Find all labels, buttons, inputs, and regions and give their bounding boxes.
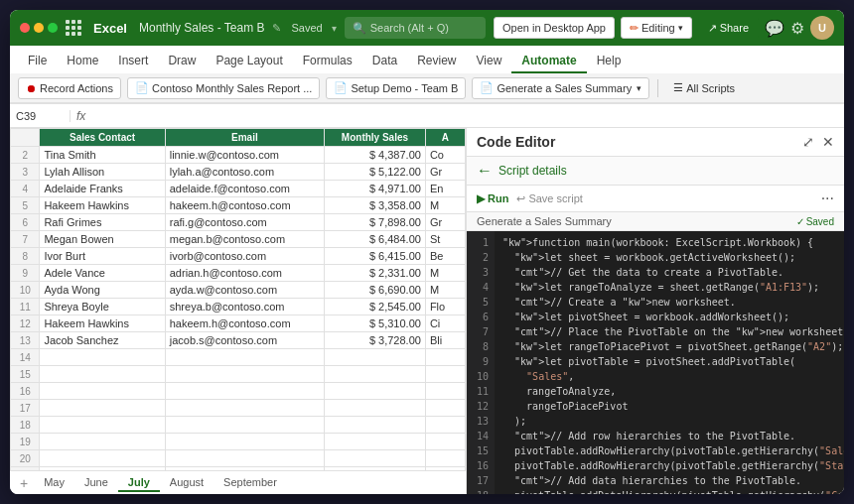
cell-a[interactable]: Ayda Wong bbox=[40, 282, 165, 299]
save-script-button[interactable]: ↩ Save script bbox=[516, 192, 582, 205]
table-row[interactable]: 6 Rafi Grimes rafi.g@contoso.com $ 7,898… bbox=[11, 214, 466, 231]
tab-page-layout[interactable]: Page Layout bbox=[206, 50, 292, 73]
cell-a[interactable]: Jacob Sanchez bbox=[40, 332, 165, 349]
table-row[interactable]: 5 Hakeem Hawkins hakeem.h@contoso.com $ … bbox=[11, 197, 466, 214]
waffle-icon[interactable] bbox=[66, 20, 81, 36]
cell-c[interactable]: $ 6,690.00 bbox=[325, 282, 426, 299]
save-dropdown-icon[interactable]: ▾ bbox=[332, 23, 337, 34]
cell-c[interactable]: $ 2,545.00 bbox=[325, 299, 426, 315]
cell-c[interactable]: $ 4,387.00 bbox=[325, 147, 426, 164]
cell-c[interactable] bbox=[325, 349, 426, 366]
contoso-report-button[interactable]: 📄 Contoso Monthly Sales Report ... bbox=[127, 77, 320, 99]
cell-d[interactable]: En bbox=[425, 181, 465, 197]
cell-c[interactable] bbox=[325, 434, 426, 450]
sheet-tab-july[interactable]: July bbox=[118, 474, 160, 492]
table-row[interactable]: 16 bbox=[11, 383, 466, 400]
cell-c[interactable]: $ 3,728.00 bbox=[325, 332, 426, 349]
cell-d[interactable] bbox=[425, 383, 465, 400]
table-row[interactable]: 8 Ivor Burt ivorb@contoso.com $ 6,415.00… bbox=[11, 248, 466, 265]
table-row[interactable]: 9 Adele Vance adrian.h@contoso.com $ 2,3… bbox=[11, 265, 466, 282]
cell-a[interactable] bbox=[40, 434, 165, 450]
cell-b[interactable]: ivorb@contoso.com bbox=[165, 248, 324, 265]
cell-c[interactable] bbox=[325, 400, 426, 417]
record-actions-button[interactable]: ⏺ Record Actions bbox=[18, 77, 121, 99]
cell-c[interactable]: $ 4,971.00 bbox=[325, 181, 426, 197]
cell-d[interactable]: M bbox=[425, 282, 465, 299]
table-row[interactable]: 20 bbox=[11, 450, 466, 467]
cell-d[interactable]: Gr bbox=[425, 214, 465, 231]
cell-a[interactable]: Lylah Allison bbox=[40, 164, 165, 181]
cell-a[interactable]: Hakeem Hawkins bbox=[40, 197, 165, 214]
cell-c[interactable] bbox=[325, 383, 426, 400]
table-row[interactable]: 4 Adelaide Franks adelaide.f@contoso.com… bbox=[11, 181, 466, 197]
cell-b[interactable]: megan.b@contoso.com bbox=[165, 231, 324, 248]
cell-c[interactable] bbox=[325, 417, 426, 434]
cell-a[interactable] bbox=[40, 383, 165, 400]
cell-c[interactable]: $ 2,331.00 bbox=[325, 265, 426, 282]
close-dot[interactable] bbox=[20, 23, 30, 33]
cell-d[interactable]: Be bbox=[425, 248, 465, 265]
cell-c[interactable] bbox=[325, 366, 426, 383]
editing-button[interactable]: ✏ Editing ▾ bbox=[621, 17, 692, 39]
cell-a[interactable]: Ivor Burt bbox=[40, 248, 165, 265]
sheet-tab-august[interactable]: August bbox=[160, 474, 214, 492]
cell-b[interactable]: adelaide.f@contoso.com bbox=[165, 181, 324, 197]
cell-b[interactable]: lylah.a@contoso.com bbox=[165, 164, 324, 181]
open-desktop-button[interactable]: Open in Desktop App bbox=[494, 17, 615, 39]
settings-icon[interactable]: ⚙ bbox=[790, 19, 804, 38]
table-row[interactable]: 12 Hakeem Hawkins hakeem.h@contoso.com $… bbox=[11, 315, 466, 332]
cell-b[interactable] bbox=[165, 349, 324, 366]
table-row[interactable]: 3 Lylah Allison lylah.a@contoso.com $ 5,… bbox=[11, 164, 466, 181]
tab-help[interactable]: Help bbox=[587, 50, 632, 73]
cell-c[interactable]: $ 5,310.00 bbox=[325, 315, 426, 332]
chat-icon[interactable]: 💬 bbox=[765, 19, 784, 38]
cell-d[interactable] bbox=[425, 366, 465, 383]
cell-d[interactable] bbox=[425, 349, 465, 366]
search-bar[interactable]: 🔍 Search (Alt + Q) bbox=[345, 17, 486, 39]
setup-demo-button[interactable]: 📄 Setup Demo - Team B bbox=[326, 77, 466, 99]
cell-a[interactable]: Rafi Grimes bbox=[40, 214, 165, 231]
cell-d[interactable]: St bbox=[425, 231, 465, 248]
cell-a[interactable]: Megan Bowen bbox=[40, 231, 165, 248]
cell-d[interactable]: M bbox=[425, 197, 465, 214]
cell-d[interactable] bbox=[425, 417, 465, 434]
sheet-tab-may[interactable]: May bbox=[34, 474, 74, 492]
sheet-tab-june[interactable]: June bbox=[74, 474, 118, 492]
cell-b[interactable] bbox=[165, 450, 324, 467]
tab-review[interactable]: Review bbox=[407, 50, 466, 73]
cell-d[interactable]: Flo bbox=[425, 299, 465, 315]
tab-home[interactable]: Home bbox=[57, 50, 108, 73]
cell-b[interactable] bbox=[165, 366, 324, 383]
table-row[interactable]: 17 bbox=[11, 400, 466, 417]
cell-c[interactable]: $ 6,484.00 bbox=[325, 231, 426, 248]
table-row[interactable]: 10 Ayda Wong ayda.w@contoso.com $ 6,690.… bbox=[11, 282, 466, 299]
cell-a[interactable] bbox=[40, 366, 165, 383]
script-details-label[interactable]: Script details bbox=[498, 164, 567, 178]
close-icon[interactable]: ✕ bbox=[822, 134, 834, 150]
cell-d[interactable]: M bbox=[425, 265, 465, 282]
cell-c[interactable]: $ 5,122.00 bbox=[325, 164, 426, 181]
share-button[interactable]: ↗ Share bbox=[698, 17, 759, 39]
cell-a[interactable]: Hakeem Hawkins bbox=[40, 315, 165, 332]
cell-c[interactable]: $ 7,898.00 bbox=[325, 214, 426, 231]
tab-draw[interactable]: Draw bbox=[158, 50, 206, 73]
sheet-tab-september[interactable]: September bbox=[214, 474, 287, 492]
cell-c[interactable]: $ 6,415.00 bbox=[325, 248, 426, 265]
cell-a[interactable]: Adele Vance bbox=[40, 265, 165, 282]
tab-formulas[interactable]: Formulas bbox=[293, 50, 362, 73]
add-sheet-button[interactable]: + bbox=[14, 473, 34, 493]
table-row[interactable]: 15 bbox=[11, 366, 466, 383]
cell-d[interactable] bbox=[425, 434, 465, 450]
cell-d[interactable] bbox=[425, 450, 465, 467]
maximize-dot[interactable] bbox=[48, 23, 58, 33]
cell-b[interactable] bbox=[165, 417, 324, 434]
cell-b[interactable] bbox=[165, 383, 324, 400]
cell-b[interactable]: adrian.h@contoso.com bbox=[165, 265, 324, 282]
cell-b[interactable]: jacob.s@contoso.com bbox=[165, 332, 324, 349]
cell-a[interactable] bbox=[40, 450, 165, 467]
col-header-c[interactable]: Monthly Sales bbox=[325, 129, 426, 147]
window-controls[interactable] bbox=[20, 23, 58, 33]
cell-b[interactable]: rafi.g@contoso.com bbox=[165, 214, 324, 231]
tab-data[interactable]: Data bbox=[362, 50, 407, 73]
cell-d[interactable]: Co bbox=[425, 147, 465, 164]
